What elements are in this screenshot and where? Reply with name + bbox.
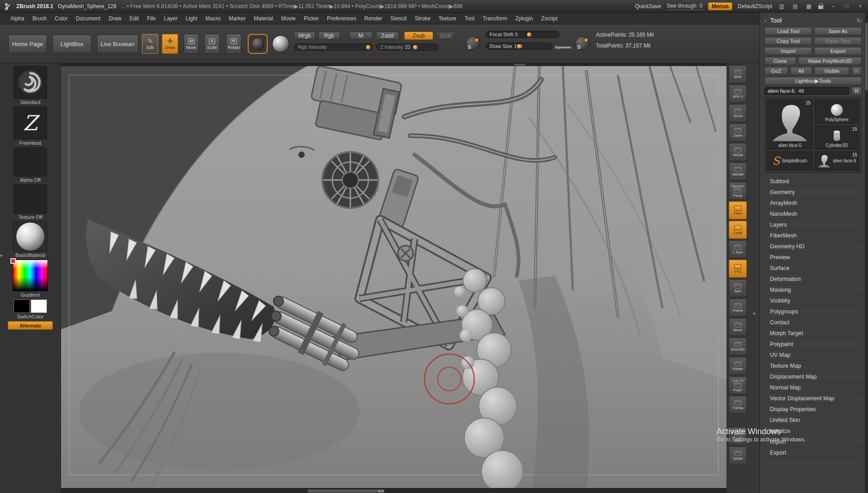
clone-button[interactable]: Clone (764, 57, 796, 65)
right-shelf-button[interactable]: Scroll (729, 104, 747, 122)
minimize-icon[interactable]: – (829, 3, 837, 9)
menu-item[interactable]: Transform (478, 15, 511, 22)
stroke-thumbnail[interactable]: Z (14, 107, 47, 139)
tool-section[interactable]: Masking (764, 284, 862, 295)
current-brush[interactable]: Standard (14, 66, 47, 105)
rotate-button[interactable]: R Rotate (226, 34, 241, 54)
right-shelf-button[interactable]: Dynamic Solo (729, 427, 747, 445)
make-polymesh3d-button[interactable]: Make PolyMesh3D (798, 57, 862, 65)
menu-item[interactable]: Alpha (6, 15, 28, 22)
scroll-right-icon[interactable]: ▶ (382, 489, 386, 493)
zcut-button[interactable]: Zcut (436, 32, 455, 40)
menu-item[interactable]: Zplugin (511, 15, 537, 22)
tool-section[interactable]: Geometry HD (764, 241, 862, 252)
save-as-button[interactable]: Save As (814, 27, 862, 35)
tool-section[interactable]: Import (764, 436, 862, 447)
menu-item[interactable]: Material (250, 15, 277, 22)
rgb-intensity-slider[interactable]: Rgb Intensity (294, 43, 373, 51)
scroll-left-icon[interactable]: ◀ (377, 489, 382, 493)
divider-slider-icon[interactable]: ▥ (778, 3, 786, 9)
right-shelf-button[interactable]: Frame (729, 299, 747, 317)
close-icon[interactable]: × (856, 3, 864, 9)
right-shelf-button[interactable]: Zoom (729, 123, 747, 142)
right-shelf-button[interactable]: Rotate (729, 357, 747, 375)
current-tool-r-button[interactable]: R (852, 87, 862, 95)
draw-button[interactable]: ✛ Draw (162, 34, 178, 54)
goz-visible-button[interactable]: Visible (814, 67, 849, 75)
main-color-swatch[interactable] (14, 299, 30, 313)
home-page-button[interactable]: Home Page (8, 35, 47, 53)
layout-grid2-icon[interactable]: ▦ (805, 3, 813, 9)
tool-section[interactable]: Surface (764, 263, 862, 274)
tool-section[interactable]: NanoMesh (764, 209, 862, 219)
right-shelf-button[interactable]: Dynamic Persp (729, 182, 747, 200)
draw-size-slider[interactable]: Draw Size108 (486, 43, 552, 50)
goz-r-button[interactable]: R (852, 67, 862, 75)
stroke-selector-button[interactable] (248, 34, 268, 54)
tool-section[interactable]: Texture Map (764, 360, 862, 371)
sculpt-viewport[interactable] (61, 63, 726, 493)
tool-section[interactable]: Subtool (764, 176, 862, 187)
brush-thumbnail[interactable] (14, 66, 47, 99)
right-shelf-button[interactable]: SPix 3 (729, 85, 747, 103)
alternate-button[interactable]: Alternate (8, 321, 53, 330)
menu-item[interactable]: Movie (277, 15, 300, 22)
tool-section[interactable]: UV Map (764, 350, 862, 360)
active-tool-thumbnail[interactable]: 15 alien face-5 (767, 100, 812, 149)
menu-item[interactable]: Light (182, 15, 202, 22)
edit-button[interactable]: ✎ Edit (142, 34, 158, 54)
goz-button[interactable]: GoZ (764, 67, 788, 75)
tool-section[interactable]: Deformation (764, 274, 862, 284)
menu-item[interactable]: Color (51, 15, 72, 22)
lightbox-button[interactable]: LightBox (52, 35, 91, 53)
recent-tool-thumbnail[interactable]: 15 alien face-5 (815, 152, 859, 171)
right-shelf-button[interactable]: XYZ (729, 260, 747, 278)
zadd-button[interactable]: Zadd (376, 32, 399, 40)
menu-item[interactable]: Tool (460, 15, 478, 22)
paste-tool-button[interactable]: Paste Tool (814, 37, 862, 45)
color-picker[interactable]: Gradient (13, 260, 48, 298)
tool-section[interactable]: Preview (764, 252, 862, 263)
tool-section[interactable]: Unified Skin (764, 415, 862, 426)
tool-section[interactable]: Visibility (764, 295, 862, 306)
alpha-thumbnail[interactable] (14, 147, 47, 176)
menu-item[interactable]: Brush (28, 15, 51, 22)
scrollbar-handle[interactable] (307, 489, 384, 493)
mrgb-button[interactable]: Mrgb (294, 32, 316, 40)
right-shelf-button[interactable]: Local (729, 221, 747, 239)
canvas-bottom-scrollbar[interactable]: ◀▶ (61, 488, 726, 493)
slider-knob[interactable] (527, 32, 532, 37)
menu-item[interactable]: Stencil (386, 15, 410, 22)
menu-item[interactable]: Zscript (537, 15, 561, 22)
scrollbar-handle[interactable] (865, 23, 868, 90)
palette-dock-icon[interactable]: ‹ (764, 17, 766, 24)
gradient-picker[interactable] (13, 260, 48, 291)
slider-knob[interactable] (366, 45, 371, 50)
see-through-slider[interactable]: See-through 0 (667, 3, 703, 10)
sculptris-pro-dial[interactable]: S (466, 36, 480, 51)
tool-section[interactable]: Layers (764, 219, 862, 230)
current-material[interactable]: BasicMaterial (14, 222, 47, 258)
slider-knob[interactable] (517, 44, 522, 49)
tool-section[interactable]: Initialize (764, 426, 862, 436)
simplebrush-thumbnail[interactable]: S SimpleBrush (767, 152, 812, 171)
menu-item[interactable]: Layer (160, 15, 182, 22)
default-zscript-button[interactable]: DefaultZScript (738, 3, 772, 9)
left-tray-toggle-icon[interactable]: ▸ (0, 252, 3, 258)
texture-thumbnail[interactable] (14, 185, 47, 213)
right-shelf-button[interactable]: Move (729, 318, 747, 336)
quicksave-button[interactable]: QuickSave (635, 3, 661, 9)
tool-section[interactable]: Display Properties (764, 404, 862, 415)
scrollbar-handle[interactable] (514, 64, 526, 66)
secondary-color-swatch[interactable] (31, 299, 47, 313)
palette-scrollbar[interactable] (865, 13, 868, 493)
menu-item[interactable]: Draw (104, 15, 125, 22)
scale-button[interactable]: S Scale (204, 34, 220, 54)
sculpt-canvas[interactable]: ◀▶ (61, 63, 726, 493)
right-tray-toggle-icon[interactable]: ◂ (752, 310, 755, 316)
right-shelf-button[interactable]: Transp (729, 396, 747, 414)
live-boolean-button[interactable]: Live Boolean (97, 35, 138, 53)
move-button[interactable]: M Move (184, 34, 199, 54)
menu-item[interactable]: Stroke (410, 15, 434, 22)
tool-section[interactable]: Contact (764, 317, 862, 328)
